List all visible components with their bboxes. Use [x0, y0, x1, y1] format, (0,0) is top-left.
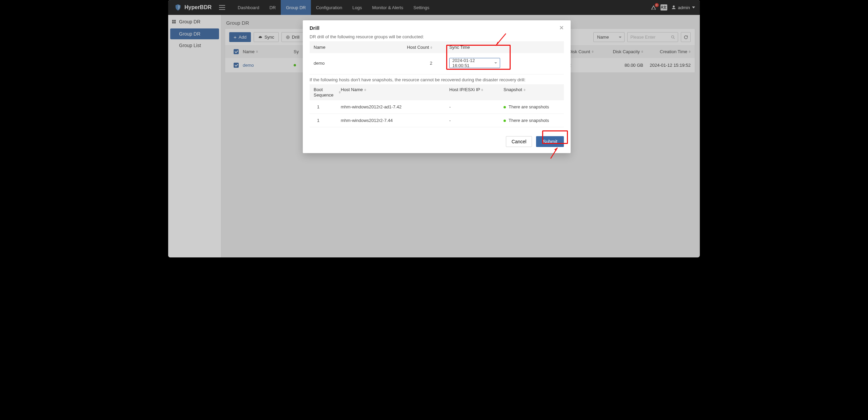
dialog-table2-header: Boot Sequence Host Name Host IP/ESXi IP … — [310, 84, 564, 100]
submit-button[interactable]: Submit — [536, 136, 564, 147]
dialog-table2-row: 1 mhm-windows2012r2-ad1-7.42 - There are… — [310, 100, 564, 114]
status-dot-icon — [504, 120, 506, 122]
t1-col-hostcount[interactable]: Host Count — [407, 45, 429, 50]
r0-sn: There are snapshots — [509, 104, 549, 109]
t1-row-name: demo — [314, 61, 395, 66]
drill-dialog: Drill ✕ DR drill of the following resour… — [303, 20, 571, 153]
t1-col-synctime: Sync Time — [449, 45, 560, 50]
t2-col-boot[interactable]: Boot Sequence — [314, 87, 337, 98]
r0-hn: mhm-windows2012r2-ad1-7.42 — [341, 104, 449, 109]
dialog-table1-header: Name Host Count Sync Time — [310, 41, 564, 53]
dialog-table2-row: 1 mhm-windows2012r2-7.44 - There are sna… — [310, 114, 564, 127]
t2-col-ip[interactable]: Host IP/ESXi IP — [449, 87, 480, 92]
r1-hn: mhm-windows2012r2-7.44 — [341, 118, 449, 123]
cancel-button[interactable]: Cancel — [506, 136, 532, 147]
t2-col-snapshot[interactable]: Snapshot — [504, 87, 522, 92]
r1-ip: - — [449, 118, 504, 123]
dialog-note-1: DR drill of the following resource group… — [310, 34, 564, 39]
r1-sn: There are snapshots — [509, 118, 549, 123]
t1-col-name: Name — [314, 45, 395, 50]
t2-col-hostname[interactable]: Host Name — [341, 87, 363, 92]
t1-row-hostcount: 2 — [395, 61, 449, 66]
sync-time-select[interactable]: 2024-01-12 16:00:51 — [449, 58, 500, 68]
r0-bs: 1 — [314, 104, 341, 109]
dialog-note-2: If the following hosts don't have snapsh… — [310, 77, 564, 82]
r0-ip: - — [449, 104, 504, 109]
dialog-table1-row: demo 2 2024-01-12 16:00:51 — [310, 53, 564, 75]
status-dot-icon — [504, 106, 506, 108]
r1-bs: 1 — [314, 118, 341, 123]
dialog-title: Drill — [310, 25, 319, 31]
dialog-close-icon[interactable]: ✕ — [559, 25, 564, 31]
